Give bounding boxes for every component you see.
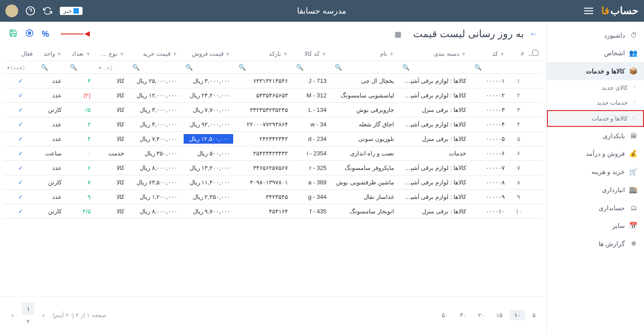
- cell-sell-price[interactable]: ۵۰۰,۰۰۰ ریال: [182, 146, 235, 161]
- table-row[interactable]: ۶۰۰۰۰۰۶خدماتنصب و راه اندازیi - 2354۲۵۴۲…: [4, 146, 543, 161]
- cell-sell-price[interactable]: ۲۴,۲۰۰,۰۰۰ ریال: [182, 88, 235, 103]
- filter-barcode[interactable]: 🔍: [235, 61, 293, 74]
- refresh-icon[interactable]: [43, 6, 53, 16]
- next-page-icon[interactable]: ‹: [6, 309, 19, 321]
- page-size-button[interactable]: ۵: [528, 310, 540, 320]
- cell-sell-price[interactable]: ۲,۳۵۰,۰۰۰ ریال: [182, 190, 235, 204]
- cell-name: نصب و راه اندازی: [331, 146, 399, 161]
- filter-category[interactable]: 🔍: [399, 61, 471, 74]
- cell-idx: ۹: [509, 190, 528, 204]
- filter-pcode[interactable]: 🔍: [293, 61, 331, 74]
- row-checkbox[interactable]: [528, 190, 543, 204]
- col-barcode[interactable]: ▼بارکد: [235, 46, 293, 61]
- cell-buy-price[interactable]: ۳,۰۰۰,۰۰۰ ریال: [129, 103, 182, 117]
- col-sell-price[interactable]: ▼قیمت فروش: [182, 46, 235, 61]
- filter-buy[interactable]: 🔍: [129, 61, 182, 74]
- cell-sell-price[interactable]: ۳,۰۰۰,۰۰۰ ریال: [182, 74, 235, 88]
- table-row[interactable]: ۲۰۰۰۰۰۲کالاها : لوازم برقی آشپز...لباسشو…: [4, 88, 543, 103]
- row-checkbox[interactable]: [528, 204, 543, 219]
- sidebar-item[interactable]: 📦کالاها و خدمات: [547, 62, 644, 80]
- row-checkbox[interactable]: [528, 74, 543, 88]
- col-code[interactable]: ▼کد: [471, 46, 509, 61]
- sidebar-item[interactable]: 💰فروش و درآمد: [547, 145, 644, 163]
- cell-sell-price[interactable]: ۷,۷۰۰,۰۰۰ ریال: [182, 103, 235, 117]
- cell-sell-price[interactable]: ۱۲,۵۰۰,۰۰۰ ریال: [182, 132, 235, 146]
- page-size-button[interactable]: ۳۰: [455, 310, 471, 320]
- save-icon[interactable]: [9, 29, 17, 39]
- page-number-button[interactable]: ۱: [22, 302, 34, 315]
- col-product-code[interactable]: ▼کد کالا: [293, 46, 331, 61]
- row-checkbox[interactable]: [528, 175, 543, 190]
- columns-icon[interactable]: ▦: [395, 30, 401, 39]
- cell-buy-price[interactable]: ۸,۰۰۰,۰۰۰ ریال: [129, 204, 182, 219]
- cell-buy-price[interactable]: ۷,۴۰۰,۰۰۰ ریال: [129, 132, 182, 146]
- page-number-button[interactable]: ۲: [22, 315, 34, 328]
- page-size-button[interactable]: ۲۰: [473, 310, 489, 320]
- cell-sell-price[interactable]: ۱۳,۲۰۰,۰۰۰ ریال: [182, 161, 235, 175]
- help-icon[interactable]: [25, 6, 35, 16]
- table-row[interactable]: ۸۰۰۰۰۰۸کالاها : لوازم برقی آشپز...ماشین …: [4, 175, 543, 190]
- table-row[interactable]: ۱۰۰۰۰۰۱کالاها : لوازم برقی آشپز...یخچال …: [4, 74, 543, 88]
- row-checkbox[interactable]: [528, 103, 543, 117]
- percent-icon[interactable]: %: [42, 29, 49, 39]
- col-unit[interactable]: ▼واحد: [37, 46, 66, 61]
- col-checkbox[interactable]: [528, 46, 543, 61]
- sidebar-item[interactable]: 👥اشخاص: [547, 44, 644, 62]
- cell-sell-price[interactable]: ۱۱,۴۰۰,۰۰۰ ریال: [182, 175, 235, 190]
- col-active[interactable]: فعال: [4, 46, 37, 61]
- page-size-button[interactable]: ۱۵: [492, 310, 507, 320]
- col-buy-price[interactable]: ▼قیمت خرید: [129, 46, 182, 61]
- filter-active[interactable]: (همه): [4, 61, 37, 74]
- table-row[interactable]: ۳۰۰۰۰۰۳کالاها : برقی منزلجاروبرقی بوشL -…: [4, 103, 543, 117]
- toggle-badge[interactable]: خیر: [60, 7, 83, 15]
- cell-buy-price[interactable]: ۲۵,۰۰۰,۰۰۰ ریال: [129, 74, 182, 88]
- sidebar-item[interactable]: ⏱داشبورد: [547, 26, 644, 44]
- col-category[interactable]: ▼دسته بندی: [399, 46, 471, 61]
- col-idx[interactable]: #: [509, 46, 528, 61]
- sidebar-item[interactable]: ❄گزارش ها: [547, 235, 644, 253]
- page-size-button[interactable]: ۱۰: [510, 310, 525, 320]
- sidebar-item[interactable]: 🏬انبارداری: [547, 181, 644, 199]
- cell-buy-price[interactable]: ۱,۲۰۰,۰۰۰ ریال: [129, 190, 182, 204]
- row-checkbox[interactable]: [528, 132, 543, 146]
- sidebar-subitem[interactable]: کالای جدید: [547, 80, 644, 95]
- page-size-button[interactable]: ۵۰: [437, 310, 453, 320]
- filter-name[interactable]: 🔍: [331, 61, 399, 74]
- table-row[interactable]: ۵۰۰۰۰۰۵کالاها : برقی منزلتلوزیون سونیd -…: [4, 132, 543, 146]
- filter-type[interactable]: (ه...: [95, 61, 129, 74]
- prev-page-icon[interactable]: ›: [37, 309, 50, 321]
- filter-sell[interactable]: 🔍: [182, 61, 235, 74]
- cell-sell-price[interactable]: ۹,۷۰۰,۰۰۰ ریال: [182, 204, 235, 219]
- table-row[interactable]: ۴۰۰۰۰۰۴کالاها : لوازم برقی آشپز...اجاق گ…: [4, 117, 543, 132]
- filter-qty[interactable]: 🔍: [66, 61, 95, 74]
- filter-code[interactable]: 🔍: [471, 61, 509, 74]
- col-qty[interactable]: ▼تعداد: [66, 46, 95, 61]
- table-row[interactable]: ۱۰۰۰۰۰۱۰کالاها : برقی منزلاتوبخار سامسون…: [4, 204, 543, 219]
- col-type[interactable]: ▼نوع کالا: [95, 46, 129, 61]
- sidebar-item[interactable]: 🏛بانکداری: [547, 127, 644, 145]
- row-checkbox[interactable]: [528, 88, 543, 103]
- cell-buy-price[interactable]: ۸,۰۰۰,۰۰۰ ریال: [129, 161, 182, 175]
- sidebar-subitem[interactable]: کالاها و خدمات: [547, 110, 644, 127]
- sidebar-subitem[interactable]: خدمات جدید: [547, 95, 644, 110]
- table-row[interactable]: ۹۰۰۰۰۰۹کالاها : لوازم برقی آشپز...غذاساز…: [4, 190, 543, 204]
- row-checkbox[interactable]: [528, 161, 543, 175]
- filter-unit[interactable]: 🔍: [37, 61, 66, 74]
- cell-sell-price[interactable]: ۹۲,۰۰۰,۰۰۰ ریال: [182, 117, 235, 132]
- cell-name: اجاق گاز شعله: [331, 117, 399, 132]
- sidebar-item[interactable]: 📅سایر: [547, 217, 644, 235]
- cell-buy-price[interactable]: ۶۳,۵۰۰,۰۰۰ ریال: [129, 175, 182, 190]
- currency-icon[interactable]: S: [25, 29, 34, 39]
- cell-buy-price[interactable]: ۱۲,۰۰۰,۰۰۰ ریال: [129, 88, 182, 103]
- sidebar-item[interactable]: 🗂حسابداری: [547, 199, 644, 217]
- row-checkbox[interactable]: [528, 117, 543, 132]
- sidebar-item[interactable]: 🛒خرید و هزینه: [547, 163, 644, 181]
- cell-buy-price[interactable]: ۳۵۰,۰۰۰ ریال: [129, 146, 182, 161]
- cell-buy-price[interactable]: ۴,۰۰۰,۰۰۰ ریال: [129, 117, 182, 132]
- hamburger-menu-icon[interactable]: [584, 8, 593, 14]
- avatar[interactable]: [5, 5, 18, 17]
- back-arrow-icon[interactable]: ←: [529, 29, 537, 39]
- table-row[interactable]: ۷۰۰۰۰۰۷کالاها : لوازم برقی آشپز...مایکرو…: [4, 161, 543, 175]
- row-checkbox[interactable]: [528, 146, 543, 161]
- col-name[interactable]: ▼نام: [331, 46, 399, 61]
